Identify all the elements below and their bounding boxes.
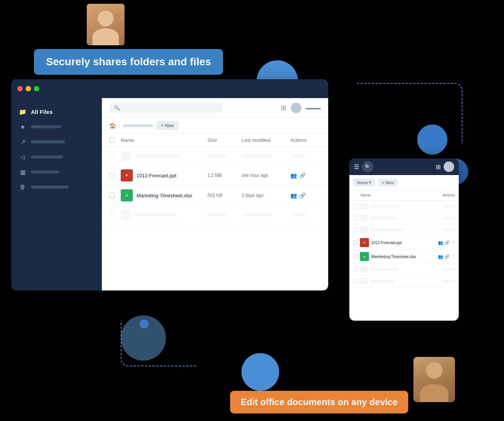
mobile-row-placeholder-3 <box>349 224 459 236</box>
mobile-row-placeholder-4 <box>349 264 459 275</box>
user-avatar <box>291 103 301 113</box>
avatar-top-image <box>87 4 124 45</box>
xlsx-file-modified: 3 days ago <box>241 193 290 198</box>
mobile-checkbox-ppt[interactable] <box>353 240 358 245</box>
mobile-search-icon[interactable]: 🔍 <box>362 161 373 172</box>
mobile-actions-ph2 <box>444 217 455 220</box>
table-row-ppt[interactable]: P 1012-Forecast.ppt 1.2 MB one hour ago … <box>102 166 328 186</box>
mobile-name-ph5 <box>370 280 394 283</box>
xlsx-file-icon: X <box>121 189 133 201</box>
mobile-more-icon[interactable]: ⋮ <box>451 240 455 245</box>
mobile-user-avatar <box>444 161 454 172</box>
sidebar-item-all-files[interactable]: 📁 All Files <box>11 104 102 119</box>
dashed-line-top-right <box>357 83 463 143</box>
sidebar-label-bar-shared-out <box>31 140 65 143</box>
file-modified-placeholder-2 <box>241 213 272 216</box>
mobile-table-header: Name Actions <box>349 190 459 201</box>
window-sidebar: 📁 All Files ★ ↗ ◁ ▦ 🗑 <box>11 98 102 290</box>
sidebar-item-starred[interactable]: ★ <box>11 119 102 134</box>
mobile-xlsx-actions: 👥 🔗 ⋮ <box>438 254 455 259</box>
file-actions-placeholder <box>290 155 306 158</box>
traffic-light-red[interactable] <box>17 86 23 91</box>
chevron-down-icon: ▾ <box>369 180 371 185</box>
mobile-row-ppt[interactable]: P 1012-Forecast.ppt 👥 🔗 ⋮ <box>349 236 459 250</box>
ppt-file-size: 1.2 MB <box>207 173 241 178</box>
search-bar[interactable]: 🔍 <box>109 103 223 113</box>
home-icon[interactable]: 🏠 <box>109 123 116 129</box>
table-header: Name Size Last modified Actions <box>102 134 328 147</box>
mobile-link-icon[interactable]: 🔗 <box>444 240 450 245</box>
sidebar-label-bar-archive <box>31 171 59 174</box>
sidebar-all-files-label: All Files <box>31 109 53 115</box>
sidebar-item-trash[interactable]: 🗑 <box>11 180 102 195</box>
new-button[interactable]: + New <box>156 121 178 130</box>
header-size: Size <box>207 137 241 143</box>
mobile-icon-ph3 <box>360 226 367 233</box>
link-icon[interactable]: 🔗 <box>299 172 306 178</box>
share-out-icon: ↗ <box>19 138 26 146</box>
grid-view-icon[interactable]: ⊞ <box>281 104 286 112</box>
mobile-grid-icon[interactable]: ⊞ <box>436 163 441 171</box>
share-users-icon[interactable]: 👥 <box>290 172 297 178</box>
header-check <box>109 137 121 143</box>
mobile-menu-icon[interactable]: ☰ <box>354 163 359 171</box>
row-checkbox-ph2[interactable] <box>109 212 115 217</box>
breadcrumb-bar: 🏠 / + New <box>102 118 328 134</box>
sidebar-item-shared-in[interactable]: ◁ <box>11 149 102 164</box>
row-checkbox-ppt[interactable] <box>109 173 115 178</box>
mobile-share-icon[interactable]: 👥 <box>438 240 443 245</box>
share-users-icon-xlsx[interactable]: 👥 <box>290 192 297 198</box>
star-icon: ★ <box>19 123 26 131</box>
dashed-line-bottom-left <box>121 321 196 366</box>
link-icon-xlsx[interactable]: 🔗 <box>299 192 306 198</box>
mobile-new-button[interactable]: + New <box>378 179 398 186</box>
mobile-link-icon-xlsx[interactable]: 🔗 <box>444 254 450 259</box>
mobile-icon-ph4 <box>360 266 367 273</box>
mobile-name-ph1 <box>370 205 400 208</box>
traffic-light-yellow[interactable] <box>26 86 31 91</box>
sidebar-label-bar-starred <box>31 125 61 128</box>
header-name: Name <box>121 137 207 143</box>
archive-icon: ▦ <box>19 168 26 176</box>
mobile-more-icon-xlsx[interactable]: ⋮ <box>451 254 455 259</box>
file-size-placeholder-2 <box>207 213 226 216</box>
mobile-checkbox-ph5[interactable] <box>353 279 358 283</box>
select-all-checkbox[interactable] <box>109 137 115 143</box>
mobile-checkbox-ph4[interactable] <box>353 267 358 272</box>
feature-label-bottom-text: Edit office documents on any device <box>241 397 398 407</box>
mobile-checkbox-xlsx[interactable] <box>353 254 358 259</box>
mobile-checkbox-ph3[interactable] <box>353 227 358 232</box>
mobile-home-button[interactable]: Home ▾ <box>353 178 375 186</box>
mobile-xlsx-filename: Maerketing-Timesheet.xlsx <box>371 255 416 259</box>
mobile-checkbox-ph1[interactable] <box>353 204 358 209</box>
sidebar-label-bar-shared-in <box>31 155 63 158</box>
mobile-row-xlsx[interactable]: X Maerketing-Timesheet.xlsx 👥 🔗 ⋮ <box>349 250 459 264</box>
traffic-light-green[interactable] <box>34 86 39 91</box>
row-checkbox[interactable] <box>109 154 115 159</box>
file-name-placeholder-2 <box>134 213 176 216</box>
xlsx-file-size: 503 KB <box>207 193 241 198</box>
sidebar-item-archive[interactable]: ▦ <box>11 164 102 180</box>
breadcrumb-separator: / <box>119 123 120 128</box>
mobile-actions-ph5 <box>444 280 455 283</box>
search-icon: 🔍 <box>114 105 120 111</box>
ppt-file-name: 1012-Forecast.ppt <box>137 173 177 178</box>
mobile-checkbox-ph2[interactable] <box>353 216 358 220</box>
sidebar-label-bar-trash <box>31 186 69 189</box>
mobile-icon-ph5 <box>360 278 367 284</box>
file-size-placeholder <box>207 155 226 158</box>
ppt-file-icon: P <box>121 169 133 181</box>
table-row-xlsx[interactable]: X Marketing-Timesheet.xlsx 503 KB 3 days… <box>102 186 328 206</box>
avatar-top <box>87 4 124 45</box>
mobile-window: ☰ 🔍 ⊞ Home ▾ + New Name Actions <box>349 158 459 321</box>
sidebar-item-shared-out[interactable]: ↗ <box>11 134 102 149</box>
mobile-share-icon-xlsx[interactable]: 👥 <box>438 254 443 259</box>
window-content: 🔍 ⊞ ▬▬▬ 🏠 / + New Name Size Last modifie… <box>102 98 328 290</box>
table-row-placeholder-2 <box>102 206 328 224</box>
mobile-header-name: Name <box>361 193 432 197</box>
trash-icon: 🗑 <box>19 183 26 191</box>
mobile-name-ph4 <box>370 268 398 271</box>
mobile-actions-ph1 <box>444 205 455 208</box>
row-checkbox-xlsx[interactable] <box>109 193 115 198</box>
ppt-file-modified: one hour ago <box>241 173 290 178</box>
